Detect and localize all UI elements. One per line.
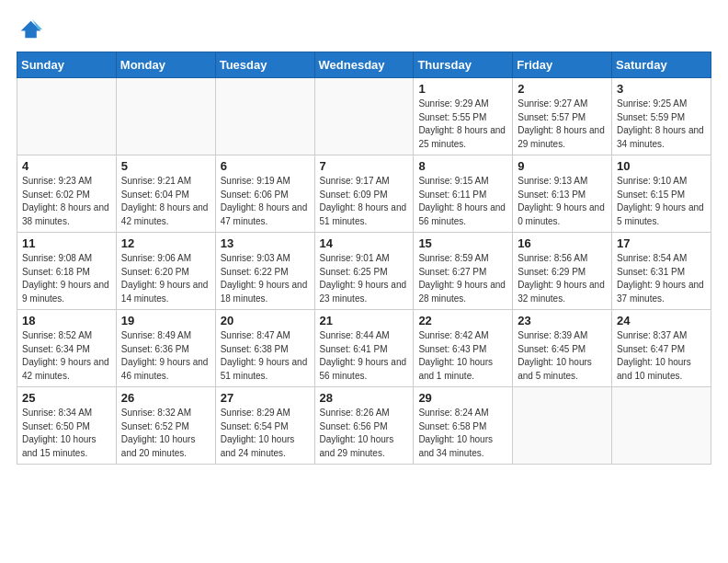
calendar-cell: [314, 78, 414, 155]
day-number: 25: [22, 391, 111, 405]
day-number: 2: [518, 82, 607, 96]
calendar-cell: 20Sunrise: 8:47 AMSunset: 6:38 PMDayligh…: [215, 310, 314, 387]
day-number: 7: [320, 159, 409, 173]
day-number: 18: [22, 314, 111, 327]
day-info: Sunrise: 9:17 AMSunset: 6:09 PMDaylight:…: [320, 175, 409, 228]
logo: [17, 17, 46, 42]
calendar-cell: 9Sunrise: 9:13 AMSunset: 6:13 PMDaylight…: [513, 155, 612, 233]
week-row-1: 1Sunrise: 9:29 AMSunset: 5:55 PMDaylight…: [17, 78, 711, 155]
weekday-header-wednesday: Wednesday: [314, 52, 414, 78]
day-info: Sunrise: 8:56 AMSunset: 6:29 PMDaylight:…: [518, 252, 607, 305]
calendar-cell: 29Sunrise: 8:24 AMSunset: 6:58 PMDayligh…: [414, 387, 513, 465]
calendar-cell: 19Sunrise: 8:49 AMSunset: 6:36 PMDayligh…: [116, 310, 215, 387]
calendar-cell: 16Sunrise: 8:56 AMSunset: 6:29 PMDayligh…: [513, 233, 612, 310]
calendar-cell: 5Sunrise: 9:21 AMSunset: 6:04 PMDaylight…: [116, 155, 215, 233]
calendar-cell: [116, 78, 215, 155]
calendar-cell: 3Sunrise: 9:25 AMSunset: 5:59 PMDaylight…: [612, 78, 711, 155]
week-row-5: 25Sunrise: 8:34 AMSunset: 6:50 PMDayligh…: [17, 387, 711, 465]
day-info: Sunrise: 9:27 AMSunset: 5:57 PMDaylight:…: [518, 98, 607, 151]
day-number: 9: [518, 159, 607, 173]
weekday-header-friday: Friday: [513, 52, 612, 78]
day-number: 14: [320, 236, 409, 250]
day-info: Sunrise: 8:54 AMSunset: 6:31 PMDaylight:…: [617, 252, 706, 305]
calendar-cell: 1Sunrise: 9:29 AMSunset: 5:55 PMDaylight…: [414, 78, 513, 155]
calendar-cell: 13Sunrise: 9:03 AMSunset: 6:22 PMDayligh…: [215, 233, 314, 310]
day-info: Sunrise: 8:44 AMSunset: 6:41 PMDaylight:…: [320, 329, 409, 383]
day-info: Sunrise: 9:29 AMSunset: 5:55 PMDaylight:…: [418, 98, 507, 151]
day-info: Sunrise: 8:24 AMSunset: 6:58 PMDaylight:…: [418, 407, 507, 460]
day-number: 5: [121, 159, 210, 173]
weekday-header-monday: Monday: [116, 52, 215, 78]
day-number: 27: [221, 391, 310, 405]
calendar-cell: [215, 78, 314, 155]
day-info: Sunrise: 8:37 AMSunset: 6:47 PMDaylight:…: [617, 329, 706, 383]
day-info: Sunrise: 8:26 AMSunset: 6:56 PMDaylight:…: [320, 407, 409, 460]
day-info: Sunrise: 9:25 AMSunset: 5:59 PMDaylight:…: [617, 98, 706, 151]
day-number: 16: [518, 236, 607, 250]
week-row-2: 4Sunrise: 9:23 AMSunset: 6:02 PMDaylight…: [17, 155, 711, 233]
day-number: 13: [221, 236, 310, 250]
calendar-cell: 21Sunrise: 8:44 AMSunset: 6:41 PMDayligh…: [314, 310, 414, 387]
week-row-4: 18Sunrise: 8:52 AMSunset: 6:34 PMDayligh…: [17, 310, 711, 387]
day-info: Sunrise: 8:59 AMSunset: 6:27 PMDaylight:…: [418, 252, 507, 305]
day-info: Sunrise: 9:13 AMSunset: 6:13 PMDaylight:…: [518, 175, 607, 228]
day-info: Sunrise: 9:01 AMSunset: 6:25 PMDaylight:…: [320, 252, 409, 305]
day-number: 29: [418, 391, 507, 405]
calendar-cell: 10Sunrise: 9:10 AMSunset: 6:15 PMDayligh…: [612, 155, 711, 233]
day-number: 4: [22, 159, 111, 173]
calendar-cell: 4Sunrise: 9:23 AMSunset: 6:02 PMDaylight…: [17, 155, 117, 233]
calendar-cell: 28Sunrise: 8:26 AMSunset: 6:56 PMDayligh…: [314, 387, 414, 465]
day-number: 20: [221, 314, 310, 327]
weekday-header-sunday: Sunday: [17, 52, 117, 78]
calendar-cell: 2Sunrise: 9:27 AMSunset: 5:57 PMDaylight…: [513, 78, 612, 155]
calendar-cell: 17Sunrise: 8:54 AMSunset: 6:31 PMDayligh…: [612, 233, 711, 310]
day-number: 21: [320, 314, 409, 327]
day-info: Sunrise: 9:03 AMSunset: 6:22 PMDaylight:…: [221, 252, 310, 305]
day-info: Sunrise: 9:23 AMSunset: 6:02 PMDaylight:…: [22, 175, 111, 228]
calendar-cell: 6Sunrise: 9:19 AMSunset: 6:06 PMDaylight…: [215, 155, 314, 233]
day-info: Sunrise: 8:39 AMSunset: 6:45 PMDaylight:…: [518, 329, 607, 383]
day-number: 10: [617, 159, 706, 173]
day-info: Sunrise: 9:08 AMSunset: 6:18 PMDaylight:…: [22, 252, 111, 305]
day-number: 8: [418, 159, 507, 173]
day-info: Sunrise: 8:47 AMSunset: 6:38 PMDaylight:…: [221, 329, 310, 383]
day-number: 26: [121, 391, 210, 405]
day-info: Sunrise: 9:19 AMSunset: 6:06 PMDaylight:…: [221, 175, 310, 228]
header: [17, 17, 711, 42]
calendar-cell: 15Sunrise: 8:59 AMSunset: 6:27 PMDayligh…: [414, 233, 513, 310]
day-info: Sunrise: 8:49 AMSunset: 6:36 PMDaylight:…: [121, 329, 210, 383]
day-number: 6: [221, 159, 310, 173]
day-info: Sunrise: 9:06 AMSunset: 6:20 PMDaylight:…: [121, 252, 210, 305]
calendar-cell: [17, 78, 117, 155]
day-number: 15: [418, 236, 507, 250]
day-info: Sunrise: 8:42 AMSunset: 6:43 PMDaylight:…: [418, 329, 507, 383]
calendar-table: SundayMondayTuesdayWednesdayThursdayFrid…: [17, 52, 711, 465]
calendar-cell: 22Sunrise: 8:42 AMSunset: 6:43 PMDayligh…: [414, 310, 513, 387]
page: SundayMondayTuesdayWednesdayThursdayFrid…: [0, 0, 728, 563]
calendar-cell: 25Sunrise: 8:34 AMSunset: 6:50 PMDayligh…: [17, 387, 117, 465]
day-number: 11: [22, 236, 111, 250]
calendar-cell: [513, 387, 612, 465]
day-number: 12: [121, 236, 210, 250]
svg-marker-0: [21, 21, 41, 39]
day-number: 19: [121, 314, 210, 327]
calendar-cell: 11Sunrise: 9:08 AMSunset: 6:18 PMDayligh…: [17, 233, 117, 310]
day-number: 1: [418, 82, 507, 96]
day-info: Sunrise: 8:52 AMSunset: 6:34 PMDaylight:…: [22, 329, 111, 383]
day-number: 17: [617, 236, 706, 250]
calendar-cell: 18Sunrise: 8:52 AMSunset: 6:34 PMDayligh…: [17, 310, 117, 387]
weekday-header-tuesday: Tuesday: [215, 52, 314, 78]
weekday-header-row: SundayMondayTuesdayWednesdayThursdayFrid…: [17, 52, 711, 78]
week-row-3: 11Sunrise: 9:08 AMSunset: 6:18 PMDayligh…: [17, 233, 711, 310]
day-info: Sunrise: 8:29 AMSunset: 6:54 PMDaylight:…: [221, 407, 310, 460]
day-number: 23: [518, 314, 607, 327]
day-info: Sunrise: 9:15 AMSunset: 6:11 PMDaylight:…: [418, 175, 507, 228]
day-number: 24: [617, 314, 706, 327]
calendar-cell: 27Sunrise: 8:29 AMSunset: 6:54 PMDayligh…: [215, 387, 314, 465]
logo-icon: [17, 17, 42, 42]
calendar-cell: 7Sunrise: 9:17 AMSunset: 6:09 PMDaylight…: [314, 155, 414, 233]
day-number: 3: [617, 82, 706, 96]
day-info: Sunrise: 8:32 AMSunset: 6:52 PMDaylight:…: [121, 407, 210, 460]
day-number: 28: [320, 391, 409, 405]
day-info: Sunrise: 9:10 AMSunset: 6:15 PMDaylight:…: [617, 175, 706, 228]
